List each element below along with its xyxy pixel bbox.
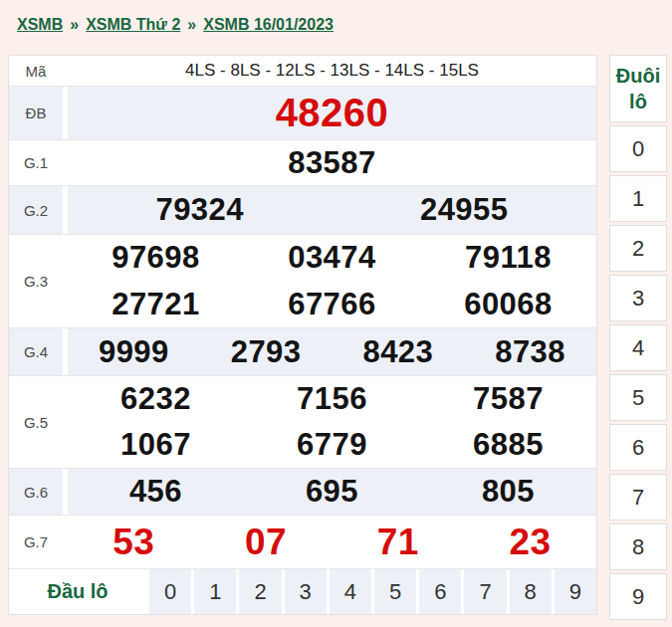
prize-value: 60068: [420, 287, 596, 322]
prize-row-db: ĐB 48260: [9, 86, 596, 139]
prize-value: 83587: [68, 145, 596, 181]
prize-row-g3-label: G.3: [9, 235, 63, 327]
prize-value: 07: [200, 522, 333, 563]
prize-row-g6: G.6 456 695 805: [9, 468, 596, 515]
breadcrumb-separator: »: [70, 16, 79, 33]
tail-lo-header: Đuôi lô: [609, 55, 667, 122]
head-lo-digit-1[interactable]: 1: [194, 569, 236, 614]
tail-lo-digit-7[interactable]: 7: [609, 474, 667, 521]
prize-value: 97698: [68, 240, 244, 276]
prize-row-g1-label: G.1: [9, 140, 63, 185]
head-lo-label: Đầu lô: [9, 569, 146, 614]
prize-value: 6885: [420, 427, 596, 463]
breadcrumb-link-xsmb-weekday[interactable]: XSMB Thứ 2: [86, 16, 180, 33]
prize-value: 7587: [420, 381, 596, 417]
prize-row-g3: G.3 97698 03474 79118 27721 67766 60068: [9, 234, 596, 327]
results-layout: Mã 4LS - 8LS - 12LS - 13LS - 14LS - 15LS…: [0, 55, 672, 620]
prize-row-g1: G.1 83587: [9, 139, 596, 185]
prize-row-g5-label: G.5: [9, 376, 63, 468]
prize-value: 03474: [244, 240, 420, 276]
prize-row-g5: G.5 6232 7156 7587 1067 6779 6885: [9, 375, 596, 468]
prize-value: 48260: [68, 91, 596, 135]
head-lo-digit-2[interactable]: 2: [239, 569, 281, 614]
tail-lo-digit-3[interactable]: 3: [609, 275, 667, 321]
prize-value: 695: [244, 474, 420, 510]
prize-row-g6-label: G.6: [9, 469, 63, 515]
head-lo-digit-5[interactable]: 5: [374, 569, 416, 614]
prize-value: 9999: [68, 334, 200, 370]
prize-value: 1067: [68, 427, 244, 463]
prize-value: 7156: [244, 381, 420, 417]
tail-lo-column: Đuôi lô 0 1 2 3 4 5 6 7 8 9: [609, 55, 667, 620]
tail-lo-digit-9[interactable]: 9: [609, 573, 667, 620]
tail-lo-digit-1[interactable]: 1: [609, 175, 667, 222]
head-lo-digit-6[interactable]: 6: [419, 569, 461, 614]
prize-value: 67766: [244, 287, 420, 322]
prize-value: 53: [68, 522, 200, 563]
breadcrumb-link-xsmb[interactable]: XSMB: [17, 16, 63, 33]
code-row: Mã 4LS - 8LS - 12LS - 13LS - 14LS - 15LS: [9, 56, 596, 86]
prize-row-g7-label: G.7: [9, 516, 63, 568]
breadcrumb-link-xsmb-date[interactable]: XSMB 16/01/2023: [203, 16, 334, 33]
prize-row-g2: G.2 79324 24955: [9, 185, 596, 234]
prize-row-db-label: ĐB: [9, 87, 63, 139]
prize-value: 8738: [464, 334, 596, 370]
head-lo-digits: 0 1 2 3 4 5 6 7 8 9: [146, 569, 596, 614]
prize-value: 6779: [244, 427, 420, 463]
prize-row-g2-label: G.2: [9, 186, 63, 234]
prize-value: 2793: [200, 334, 333, 370]
results-table: Mã 4LS - 8LS - 12LS - 13LS - 14LS - 15LS…: [8, 55, 597, 615]
tail-lo-digit-5[interactable]: 5: [609, 374, 667, 421]
prize-row-g4-label: G.4: [9, 328, 63, 375]
tail-lo-digit-0[interactable]: 0: [609, 125, 667, 172]
head-lo-digit-0[interactable]: 0: [149, 569, 191, 614]
prize-value: 456: [68, 474, 244, 510]
code-value: 4LS - 8LS - 12LS - 13LS - 14LS - 15LS: [68, 56, 596, 86]
prize-value: 79118: [420, 240, 596, 276]
prize-value: 6232: [68, 381, 244, 417]
head-lo-digit-9[interactable]: 9: [555, 569, 596, 614]
head-lo-digit-3[interactable]: 3: [285, 569, 327, 614]
prize-value: 805: [420, 474, 596, 510]
prize-value: 8423: [333, 334, 465, 370]
code-row-label: Mã: [9, 56, 63, 86]
prize-row-g4: G.4 9999 2793 8423 8738: [9, 327, 596, 375]
prize-value: 24955: [333, 192, 597, 228]
head-lo-digit-8[interactable]: 8: [510, 569, 552, 614]
prize-value: 71: [333, 522, 465, 563]
prize-row-g7: G.7 53 07 71 23: [9, 515, 596, 568]
prize-value: 23: [464, 522, 596, 563]
tail-lo-digit-8[interactable]: 8: [609, 523, 667, 570]
tail-lo-digit-4[interactable]: 4: [609, 324, 667, 371]
prize-value: 27721: [68, 287, 244, 322]
tail-lo-digit-2[interactable]: 2: [609, 225, 667, 272]
breadcrumb-separator: »: [187, 16, 196, 33]
breadcrumb: XSMB»XSMB Thứ 2»XSMB 16/01/2023: [0, 0, 672, 38]
head-lo-digit-4[interactable]: 4: [330, 569, 371, 614]
prize-value: 79324: [68, 192, 333, 228]
head-lo-digit-7[interactable]: 7: [464, 569, 506, 614]
tail-lo-digit-6[interactable]: 6: [609, 424, 667, 471]
head-lo-row: Đầu lô 0 1 2 3 4 5 6 7 8 9: [9, 568, 596, 614]
